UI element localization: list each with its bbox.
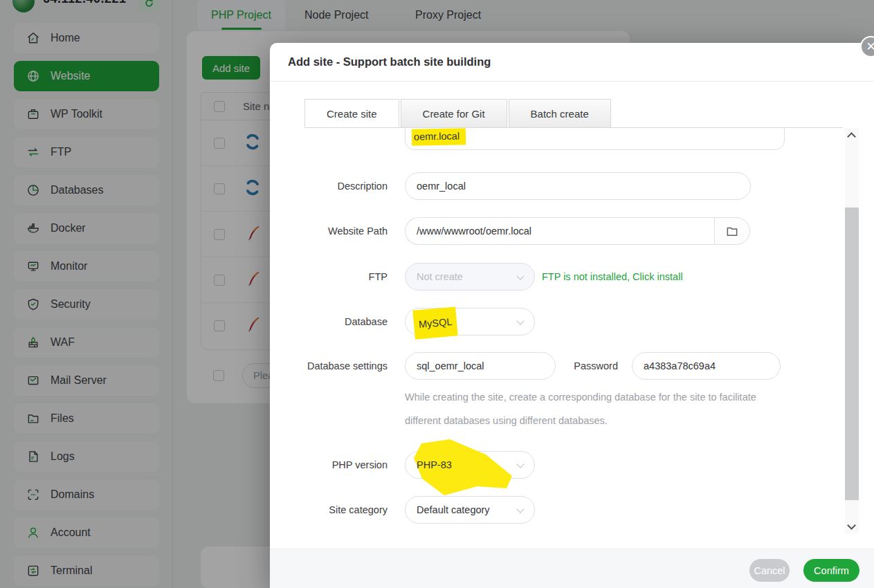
database-select[interactable]: MySQL [405,308,535,336]
ftp-install-link[interactable]: FTP is not installed, Click install [542,263,683,291]
modal-title: Add site - Support batch site building [270,43,874,82]
php-version-select[interactable]: PHP-83 [405,451,535,479]
scroll-up-icon[interactable] [847,132,856,141]
scrollbar-thumb[interactable] [845,208,859,500]
browse-path-button[interactable] [714,217,750,245]
modal-scrollbar[interactable] [845,128,859,534]
tab-batch-create[interactable]: Batch create [509,99,611,127]
confirm-button[interactable]: Confirm [803,559,859,582]
chevron-down-icon [516,272,524,279]
domain-value-highlighted: oemr.local [412,128,466,145]
description-input[interactable]: oemr_local [405,172,751,200]
database-name-input[interactable]: sql_oemr_local [405,352,556,380]
tab-create-for-git[interactable]: Create for Git [401,99,507,127]
database-value-highlighted: MySQL [412,306,458,339]
domain-textarea[interactable]: oemr.local [405,128,785,150]
scroll-down-icon[interactable] [847,521,856,530]
modal-tab-bar: Create site Create for Git Batch create [304,99,843,128]
website-path-input[interactable]: /www/wwwroot/oemr.local [405,217,714,245]
chevron-down-icon [516,317,524,324]
cancel-button[interactable]: Cancel [749,559,790,582]
tab-create-site[interactable]: Create site [304,99,399,127]
modal-form-scroll-area: oemr.local Description oemr_local Websit… [270,128,844,534]
database-label: Database [270,308,388,336]
ftp-select[interactable]: Not create [405,263,535,291]
database-help-line2: different databases using different data… [405,415,608,426]
database-password-input[interactable]: a4383a78c69a4 [632,352,781,380]
password-label: Password [561,352,618,380]
ftp-label: FTP [270,263,388,291]
website-path-group: /www/wwwroot/oemr.local [405,217,750,245]
chevron-down-icon [516,460,524,468]
website-path-label: Website Path [270,217,388,245]
site-category-select[interactable]: Default category [405,496,535,524]
database-help-line1: While creating the site, create a corres… [405,392,756,403]
modal-footer: Cancel Confirm [270,549,874,588]
php-version-value-highlighted: PHP-83 [417,459,452,470]
php-version-label: PHP version [270,451,388,479]
chevron-down-icon [516,505,524,513]
description-label: Description [270,172,388,200]
site-category-label: Site category [270,496,388,524]
folder-icon [725,224,739,238]
add-site-modal: ✕ Add site - Support batch site building… [270,43,874,588]
database-settings-label: Database settings [270,352,388,380]
